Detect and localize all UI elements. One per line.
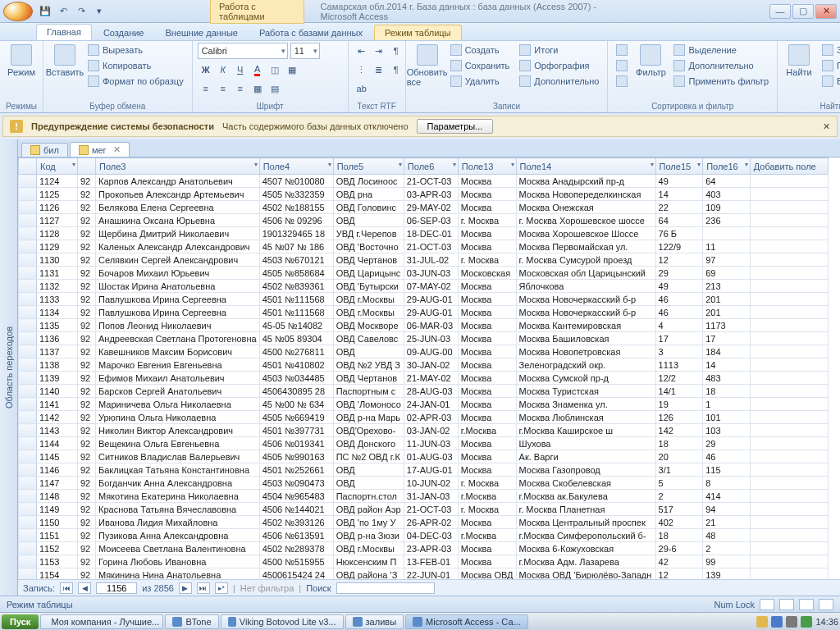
close-icon[interactable]: ✕ [113, 144, 121, 155]
cell[interactable]: Москва Онежская [516, 201, 655, 214]
row-selector[interactable] [19, 332, 37, 345]
cell[interactable]: 2 [703, 542, 751, 555]
cell[interactable]: Паспортн.стол [333, 490, 404, 503]
cell[interactable]: 18-DEC-01 [404, 227, 458, 240]
cell[interactable]: 1151 [37, 529, 78, 542]
cell[interactable]: Москва Новочеркасский б-р [516, 293, 655, 306]
cell[interactable]: Мякотина Екатерина Николаевна [96, 490, 260, 503]
cell[interactable]: 14/1 [655, 385, 703, 398]
cell[interactable]: 101 [703, 411, 751, 424]
cell[interactable]: ПС №2 ОВД г.К [333, 450, 404, 463]
cell[interactable]: Москва Газопровод [516, 463, 655, 477]
column-header[interactable]: Добавить поле [750, 158, 828, 175]
cell[interactable]: 4506 №613591 [259, 529, 333, 542]
cell[interactable]: 403 [703, 188, 751, 201]
fill-color-button[interactable]: ◫ [267, 62, 283, 78]
table-row[interactable]: 115492Мякинина Нина Анатольевна450061542… [19, 568, 829, 580]
column-header[interactable]: Поле6▾ [404, 158, 458, 175]
table-row[interactable]: 113692Андреевская Светлана Протогеновна4… [19, 332, 829, 345]
cell[interactable]: 1153 [37, 555, 78, 568]
cell[interactable]: Москва [458, 227, 516, 240]
cell[interactable]: Московская [458, 267, 516, 280]
cell[interactable]: 03-JAN-02 [404, 424, 458, 437]
cell[interactable]: 1147 [37, 477, 78, 490]
row-selector[interactable] [19, 503, 37, 516]
table-row[interactable]: 114492Вещекина Ольга Евгеньевна4506 №019… [19, 437, 829, 450]
cell[interactable]: 5 [655, 477, 703, 490]
cell[interactable]: Москва Башиловская [516, 332, 655, 345]
cell[interactable]: 92 [78, 477, 96, 490]
cell[interactable]: Горина Любовь Ивановна [96, 555, 260, 568]
cell[interactable]: 92 [78, 529, 96, 542]
cell[interactable]: 1901329465 18 [259, 227, 333, 240]
cell[interactable]: г. Москва [458, 253, 516, 267]
cell[interactable]: Москва [458, 332, 516, 345]
cell[interactable]: Ефимов Михаил Анатольевич [96, 372, 260, 385]
find-button[interactable]: Найти [783, 43, 815, 79]
cell[interactable]: 4501 №111568 [259, 293, 333, 306]
select-button[interactable]: Выбрать [819, 74, 840, 88]
row-selector[interactable] [19, 463, 37, 477]
cell[interactable]: г. Москва [458, 477, 516, 490]
cell[interactable]: 29-MAY-02 [404, 201, 458, 214]
cell[interactable]: 92 [78, 227, 96, 240]
cell[interactable]: 29-AUG-01 [404, 306, 458, 319]
cell[interactable]: 414 [703, 490, 751, 503]
cell[interactable]: Яблочкова [516, 280, 655, 293]
cell[interactable]: Москва [458, 240, 516, 253]
tab-create[interactable]: Создание [94, 25, 154, 40]
cell[interactable]: 22-JUN-01 [404, 568, 458, 580]
cell[interactable]: 11 [703, 240, 751, 253]
cell[interactable]: Карпов Александр Анатольевич [96, 175, 260, 188]
cell[interactable]: 49 [655, 280, 703, 293]
column-header[interactable] [19, 158, 37, 175]
cell[interactable]: г.Москва Адм. Лазарева [516, 555, 655, 568]
cell[interactable]: Москва Хорошевское Шоссе [516, 227, 655, 240]
cell[interactable]: Москва Новочеркасский б-р [516, 306, 655, 319]
row-selector[interactable] [19, 424, 37, 437]
cell[interactable]: ОВД [333, 214, 404, 227]
column-header[interactable]: Поле4▾ [259, 158, 333, 175]
cell[interactable]: 4502 №393126 [259, 516, 333, 529]
cell[interactable]: Белякова Елена Сергеевна [96, 201, 260, 214]
cell[interactable]: ОВД Донского [333, 437, 404, 450]
row-selector[interactable] [19, 555, 37, 568]
cell[interactable]: Москва [458, 358, 516, 372]
cell[interactable]: 1134 [37, 306, 78, 319]
table-row[interactable]: 112492Карпов Александр Анатольевич4507 №… [19, 175, 829, 188]
row-selector[interactable] [19, 280, 37, 293]
cell[interactable]: 4501 №111568 [259, 306, 333, 319]
table-row[interactable]: 113192Бочаров Михаил Юрьевич4505 №858684… [19, 267, 829, 280]
cell[interactable]: 1133 [37, 293, 78, 306]
table-row[interactable]: 113892Марочко Евгения Евгеньевна4501 №41… [19, 358, 829, 372]
cell[interactable]: 1141 [37, 398, 78, 411]
highlight-button[interactable]: ab [354, 80, 370, 97]
tray-icon[interactable] [801, 616, 812, 628]
row-selector[interactable] [19, 490, 37, 503]
cell[interactable]: 1149 [37, 503, 78, 516]
cell[interactable]: 126 [655, 411, 703, 424]
cell[interactable]: 45 №05 89304 [259, 332, 333, 345]
cell[interactable]: 1 [703, 398, 751, 411]
cell[interactable]: Анашкина Оксана Юрьевна [96, 214, 260, 227]
column-header[interactable]: Поле3▾ [96, 158, 260, 175]
cell[interactable]: УВД г.Черепов [333, 227, 404, 240]
search-input[interactable] [336, 582, 435, 594]
cell[interactable]: 92 [78, 450, 96, 463]
cut-button[interactable]: Вырезать [84, 43, 187, 57]
cell[interactable]: 92 [78, 437, 96, 450]
table-row[interactable]: 113792Кавешников Максим Борисович4500 №2… [19, 345, 829, 358]
cell[interactable]: 1128 [37, 227, 78, 240]
next-record-button[interactable]: ▶ [179, 582, 192, 594]
advanced-filter-button[interactable]: Дополнительно [670, 58, 772, 72]
new-record-button[interactable]: Создать [447, 43, 514, 57]
cell[interactable]: 4506 №019341 [259, 437, 333, 450]
cell[interactable]: Москва ОВД 'Бирюлёво-Западн [516, 568, 655, 580]
gridlines-button[interactable]: ▦ [284, 62, 300, 78]
cell[interactable]: 03-JUN-03 [404, 267, 458, 280]
cell[interactable]: Щербина Дмитрий Николаевич [96, 227, 260, 240]
cell[interactable]: Москва 6-Кожуховская [516, 542, 655, 555]
cell[interactable]: 3/1 [655, 463, 703, 477]
design-view-button[interactable] [819, 599, 833, 610]
cell[interactable]: Москва [458, 175, 516, 188]
